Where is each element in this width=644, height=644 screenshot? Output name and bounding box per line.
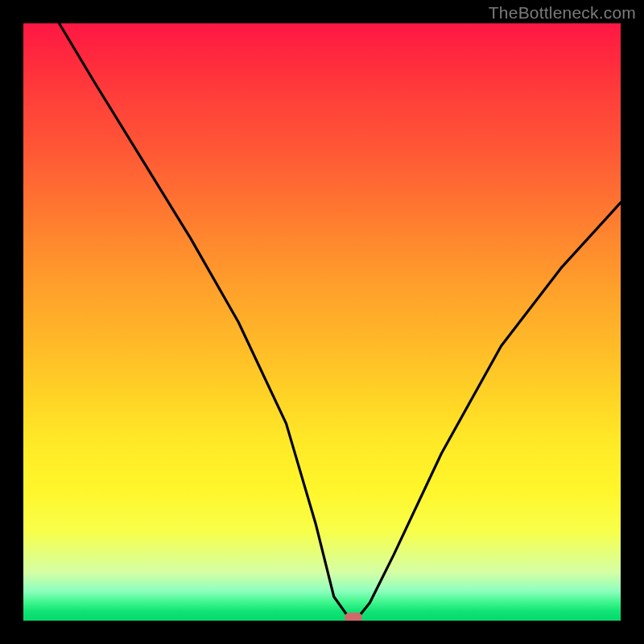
chart-frame: TheBottleneck.com [0,0,644,644]
curve-svg [23,23,621,621]
optimal-marker [345,613,362,621]
bottleneck-curve [60,23,621,617]
watermark-text: TheBottleneck.com [489,3,636,23]
plot-area [23,23,621,621]
